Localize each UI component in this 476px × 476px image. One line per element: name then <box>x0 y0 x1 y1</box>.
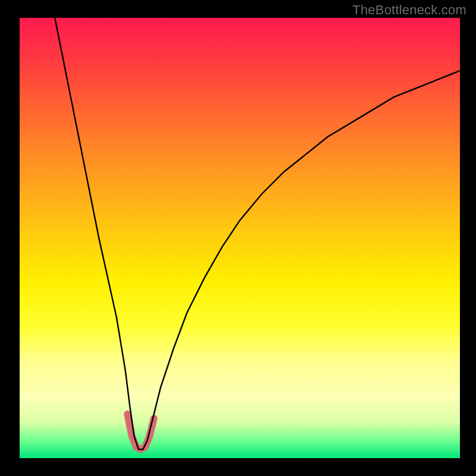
watermark-text: TheBottleneck.com <box>352 2 466 18</box>
chart-frame: TheBottleneck.com <box>0 0 476 476</box>
bottleneck-curve <box>55 18 460 449</box>
plot-area <box>20 18 460 458</box>
curve-layer <box>20 18 460 458</box>
